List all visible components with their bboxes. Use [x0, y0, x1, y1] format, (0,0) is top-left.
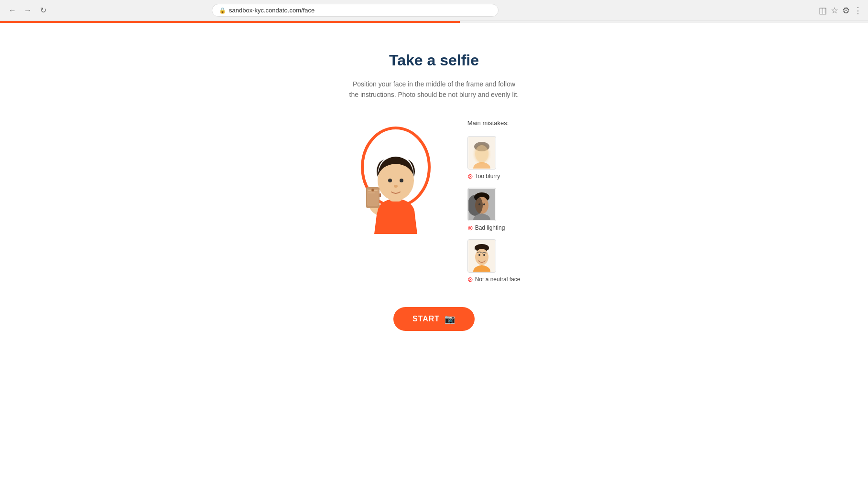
start-button-label: START [412, 315, 440, 323]
svg-point-23 [478, 203, 480, 205]
forward-button[interactable]: → [21, 4, 34, 17]
error-icon-lighting: ⊗ [467, 224, 473, 232]
nav-buttons: ← → ↻ [6, 4, 50, 17]
error-icon-neutral: ⊗ [467, 276, 473, 283]
svg-point-29 [483, 254, 485, 256]
selfie-illustration [348, 119, 444, 234]
svg-point-28 [478, 254, 480, 256]
back-button[interactable]: ← [6, 4, 19, 17]
cast-icon[interactable]: ◫ [819, 5, 827, 16]
lock-icon: 🔒 [219, 7, 226, 14]
menu-icon[interactable]: ⋮ [854, 5, 862, 16]
mistake-text-blurry: Too blurry [475, 173, 500, 180]
content-area: Main mistakes: [348, 119, 521, 283]
mistakes-panel: Main mistakes: [467, 119, 521, 283]
mistakes-title: Main mistakes: [467, 119, 521, 127]
mistake-item-neutral: ⊗ Not a neutral face [467, 239, 521, 283]
browser-actions: ◫ ☆ ⚙ ⋮ [819, 5, 862, 16]
mistake-text-neutral: Not a neutral face [475, 276, 521, 283]
start-button[interactable]: START 📷 [393, 307, 475, 331]
mistake-label-blurry: ⊗ Too blurry [467, 172, 500, 180]
url-text: sandbox-kyc.condato.com/face [229, 7, 315, 14]
svg-point-4 [400, 179, 403, 182]
reload-button[interactable]: ↻ [36, 4, 50, 17]
svg-point-3 [388, 179, 392, 182]
mistake-thumb-lighting [467, 188, 496, 221]
page-description: Position your face in the middle of the … [348, 79, 520, 100]
mistake-label-neutral: ⊗ Not a neutral face [467, 276, 521, 283]
svg-point-24 [483, 203, 485, 205]
address-bar[interactable]: 🔒 sandbox-kyc.condato.com/face [212, 4, 499, 17]
bookmark-icon[interactable]: ☆ [831, 5, 838, 16]
mistake-item-blurry: ⊗ Too blurry [467, 136, 521, 180]
svg-rect-13 [380, 193, 381, 197]
mistake-label-lighting: ⊗ Bad lighting [467, 224, 505, 232]
mistake-thumb-blurry [467, 136, 496, 170]
svg-point-12 [372, 189, 373, 191]
error-icon-blurry: ⊗ [467, 172, 473, 180]
page-title: Take a selfie [389, 52, 479, 69]
mistake-thumb-neutral [467, 239, 496, 273]
svg-point-5 [394, 185, 398, 188]
camera-icon: 📷 [445, 314, 456, 324]
mistake-item-lighting: ⊗ Bad lighting [467, 188, 521, 232]
browser-chrome: ← → ↻ 🔒 sandbox-kyc.condato.com/face ◫ ☆… [0, 0, 868, 21]
mistake-text-lighting: Bad lighting [475, 224, 505, 231]
extensions-icon[interactable]: ⚙ [842, 5, 850, 16]
svg-point-17 [475, 145, 488, 162]
page-content: Take a selfie Position your face in the … [0, 23, 868, 488]
svg-rect-10 [368, 192, 375, 193]
